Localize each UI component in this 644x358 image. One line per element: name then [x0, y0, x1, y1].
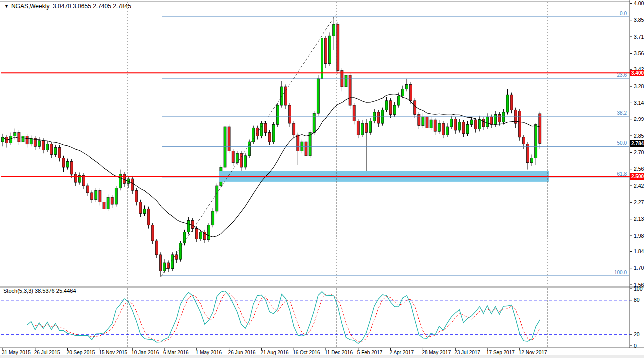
candle [123, 174, 126, 184]
time-axis-label: 15 Nov 2015 [99, 350, 127, 355]
candle [167, 263, 170, 269]
candle [54, 148, 57, 155]
candle [502, 112, 505, 122]
stoch-axis-label: 20 [634, 331, 640, 337]
candle [38, 141, 40, 147]
price-axis-label: 3.1400 [634, 100, 644, 106]
support-price-badge: 2.5000 [630, 173, 644, 180]
candle [151, 225, 154, 241]
time-axis-label: 23 Jul 2017 [454, 350, 480, 355]
candle [50, 144, 53, 155]
candle [260, 123, 263, 136]
candle [349, 75, 351, 105]
fib-level-label: 0.0 [620, 11, 627, 16]
price-axis-label: 1.7040 [634, 265, 644, 271]
candle [373, 112, 376, 121]
candle [272, 124, 275, 142]
candle [510, 95, 513, 110]
candle [389, 101, 392, 115]
price-axis-label: 2.5640 [634, 166, 644, 172]
candle [369, 121, 372, 132]
time-axis-label: 1 May 2016 [196, 350, 222, 355]
candle [486, 117, 489, 127]
candle [410, 84, 412, 100]
candle [438, 123, 440, 131]
price-axis-label: 2.7080 [634, 149, 644, 155]
candle [30, 138, 32, 144]
candle [458, 122, 461, 130]
price-axis-label: 2.1320 [634, 216, 644, 222]
candle [212, 211, 214, 225]
fib-level-label: 38.2 [617, 110, 627, 116]
candle [199, 232, 202, 239]
price-axis-label: 3.2840 [634, 83, 644, 89]
candle [297, 135, 299, 151]
candle [91, 193, 93, 200]
candle [224, 127, 226, 167]
candle [531, 158, 533, 163]
candle [18, 133, 20, 142]
candle [518, 111, 521, 137]
time-axis-label: 6 Mar 2016 [163, 350, 189, 355]
time-axis-label: 26 Jul 2015 [34, 350, 60, 355]
price-axis-label: 4.0000 [634, 0, 644, 6]
time-axis-label: 28 May 2017 [422, 350, 451, 355]
time-axis-label: 21 Aug 2016 [260, 350, 289, 355]
stochastic-label: Stoch(5,3,3) 38.5376 25.4464 [3, 288, 76, 294]
candle [26, 136, 28, 144]
candle [159, 255, 161, 271]
time-axis-label: 26 Jun 2016 [228, 350, 256, 355]
stoch-axis-label: 0 [634, 343, 637, 349]
candle [228, 127, 230, 151]
candle [139, 202, 142, 213]
candle [135, 190, 138, 202]
time-axis-label: 10 Jan 2016 [131, 350, 159, 355]
candle [345, 75, 347, 87]
stoch-axis-label: 80 [634, 297, 640, 303]
candle [498, 115, 501, 122]
price-axis-label: 2.4200 [634, 183, 644, 189]
candle [74, 174, 77, 182]
symbol-dropdown-icon[interactable]: ▼ [4, 4, 9, 9]
candle [147, 209, 150, 225]
candle [329, 36, 331, 64]
candle [163, 263, 166, 271]
candle [111, 197, 113, 204]
candle [232, 151, 234, 163]
candle [446, 127, 449, 135]
candle [66, 161, 69, 167]
candle [276, 105, 279, 124]
candle [289, 105, 291, 123]
candle [361, 123, 363, 135]
candle [325, 38, 327, 64]
fib-level-label: 100.0 [614, 270, 627, 275]
candle [248, 142, 251, 156]
chart-canvas[interactable]: 0.023.638.250.061.8100.04.00003.85603.71… [0, 0, 644, 358]
candle [195, 229, 198, 239]
candle [293, 123, 295, 135]
candle [187, 220, 190, 232]
candle [208, 225, 210, 240]
candle [95, 190, 97, 200]
candle [434, 120, 436, 131]
candle [171, 255, 174, 269]
candle [107, 197, 109, 209]
candle [337, 24, 339, 71]
price-axis-label: 2.2760 [634, 199, 644, 205]
time-axis-label: 11 Dec 2016 [325, 350, 353, 355]
fib-level-label: 61.8 [617, 171, 627, 177]
price-axis-label: 3.5680 [634, 50, 644, 56]
time-axis-label: 12 Nov 2017 [519, 350, 547, 355]
candle [42, 141, 45, 150]
candle [155, 241, 158, 255]
candle [442, 123, 444, 135]
candle [393, 105, 396, 115]
candle [353, 105, 355, 121]
candle [478, 119, 481, 129]
candle [58, 148, 61, 158]
candle [305, 142, 307, 156]
ohlc-values: 3.0470 3.0655 2.7405 2.7845 [53, 3, 131, 10]
candle [268, 133, 271, 142]
candle [244, 156, 247, 167]
candle [535, 124, 537, 158]
